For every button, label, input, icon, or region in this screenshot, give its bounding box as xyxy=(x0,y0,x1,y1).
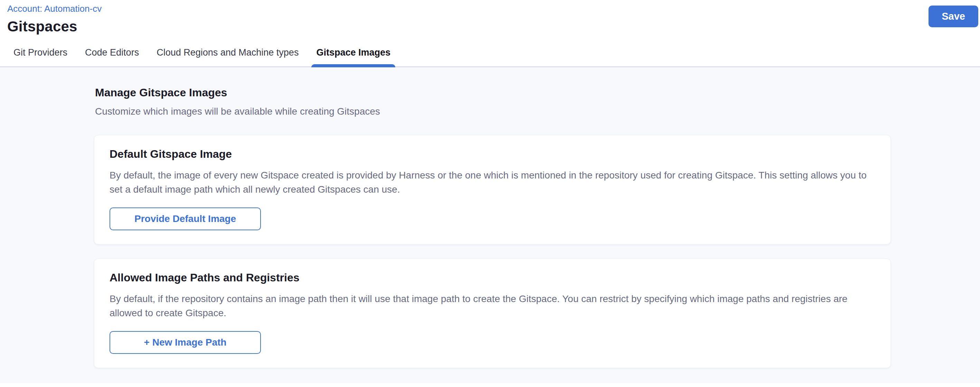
tab-bar: Git Providers Code Editors Cloud Regions… xyxy=(0,44,980,67)
allowed-image-paths-card-title: Allowed Image Paths and Registries xyxy=(110,271,875,284)
provide-default-image-button[interactable]: Provide Default Image xyxy=(110,208,261,230)
new-image-path-button[interactable]: + New Image Path xyxy=(110,331,261,354)
allowed-image-paths-card-description: By default, if the repository contains a… xyxy=(110,292,875,320)
default-gitspace-image-card-title: Default Gitspace Image xyxy=(110,148,875,160)
account-breadcrumb[interactable]: Account: Automation-cv xyxy=(7,3,102,14)
tab-gitspace-images[interactable]: Gitspace Images xyxy=(315,44,391,66)
content-area: Manage Gitspace Images Customize which i… xyxy=(0,67,980,383)
tab-cloud-regions-and-machine-types[interactable]: Cloud Regions and Machine types xyxy=(156,44,299,66)
allowed-image-paths-card: Allowed Image Paths and Registries By de… xyxy=(94,259,891,368)
section-title: Manage Gitspace Images xyxy=(95,86,980,99)
page-title: Gitspaces xyxy=(7,18,980,35)
save-button[interactable]: Save xyxy=(929,6,978,27)
default-gitspace-image-card: Default Gitspace Image By default, the i… xyxy=(94,135,891,244)
page-header: Account: Automation-cv Gitspaces Save xyxy=(0,0,980,35)
section-subtitle: Customize which images will be available… xyxy=(95,106,980,117)
tab-git-providers[interactable]: Git Providers xyxy=(13,44,68,66)
default-gitspace-image-card-description: By default, the image of every new Gitsp… xyxy=(110,168,875,197)
tab-code-editors[interactable]: Code Editors xyxy=(84,44,140,66)
